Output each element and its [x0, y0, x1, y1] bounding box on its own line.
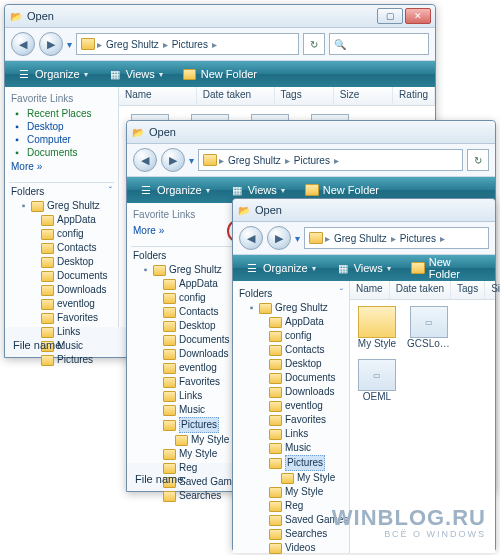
place-icon: ▪: [11, 121, 23, 132]
tree-node[interactable]: config: [257, 329, 345, 343]
tree-node[interactable]: Favorites: [29, 311, 114, 325]
tree-node[interactable]: Contacts: [29, 241, 114, 255]
favorite-link[interactable]: ▪Recent Places: [9, 107, 114, 120]
new-folder-button[interactable]: New Folder: [299, 182, 385, 198]
crumb-seg[interactable]: Greg Shultz: [104, 39, 161, 50]
nav-forward-button[interactable]: ▶: [267, 226, 291, 250]
left-nav: Folders ˇ ▪Greg Shultz AppDataconfigCont…: [233, 281, 350, 553]
tree-node[interactable]: Pictures: [151, 417, 241, 433]
tree-node[interactable]: AppData: [151, 277, 241, 291]
tree-node[interactable]: Music: [151, 403, 241, 417]
thumb-item[interactable]: ▭GCSLogo.bmp: [408, 306, 450, 349]
breadcrumb[interactable]: ▸ Greg Shultz ▸ Pictures ▸: [76, 33, 299, 55]
tree-node[interactable]: config: [151, 291, 241, 305]
tree-node[interactable]: Documents: [151, 333, 241, 347]
tree-node[interactable]: Videos: [257, 541, 345, 555]
tree-node[interactable]: Downloads: [257, 385, 345, 399]
col-size[interactable]: Size: [334, 87, 393, 105]
tree-node[interactable]: Links: [257, 427, 345, 441]
folders-pane-header[interactable]: Folders ˇ: [9, 182, 114, 199]
views-menu[interactable]: ▦Views▾: [224, 182, 291, 198]
tree-node[interactable]: Desktop: [29, 255, 114, 269]
tree-node[interactable]: Searches: [151, 489, 241, 503]
tree-node[interactable]: Pictures: [29, 353, 114, 367]
folder-tree[interactable]: ▪Greg Shultz AppDataconfigContactsDeskto…: [237, 301, 345, 555]
breadcrumb[interactable]: ▸ Greg Shultz ▸ Pictures ▸: [304, 227, 489, 249]
views-menu[interactable]: ▦Views▾: [330, 260, 397, 276]
nav-back-button[interactable]: ◀: [133, 148, 157, 172]
nav-history-drop[interactable]: ▾: [295, 233, 300, 244]
tree-node[interactable]: Pictures: [257, 455, 345, 471]
titlebar[interactable]: 📂 Open: [127, 121, 495, 144]
image-icon: ▭: [410, 306, 448, 338]
nav-back-button[interactable]: ◀: [11, 32, 35, 56]
col-date[interactable]: Date taken: [197, 87, 275, 105]
titlebar[interactable]: 📂 Open: [233, 199, 495, 222]
tree-node[interactable]: Music: [257, 441, 345, 455]
tree-node[interactable]: Contacts: [151, 305, 241, 319]
tree-node[interactable]: config: [29, 227, 114, 241]
nav-back-button[interactable]: ◀: [239, 226, 263, 250]
crumb-seg[interactable]: Pictures: [170, 39, 210, 50]
organize-menu[interactable]: ☰ Organize▾: [11, 66, 94, 82]
tree-node[interactable]: My Style: [151, 447, 241, 461]
folder-tree[interactable]: ▪Greg Shultz AppDataconfigContactsDeskto…: [131, 263, 241, 503]
nav-history-drop[interactable]: ▾: [67, 39, 72, 50]
tree-node[interactable]: eventlog: [151, 361, 241, 375]
tree-node[interactable]: My Style: [257, 471, 345, 485]
tree-node[interactable]: Downloads: [151, 347, 241, 361]
tree-node[interactable]: Contacts: [257, 343, 345, 357]
tree-node[interactable]: Desktop: [151, 319, 241, 333]
new-folder-button[interactable]: New Folder: [177, 66, 263, 82]
tree-node[interactable]: Documents: [257, 371, 345, 385]
more-link[interactable]: More »: [9, 159, 114, 174]
organize-menu[interactable]: ☰Organize▾: [133, 182, 216, 198]
tree-node[interactable]: Reg: [257, 499, 345, 513]
tree-node[interactable]: eventlog: [257, 399, 345, 413]
column-headers[interactable]: Name Date taken Tags Size: [350, 281, 495, 300]
column-headers[interactable]: Name Date taken Tags Size Rating: [119, 87, 435, 106]
tree-node[interactable]: eventlog: [29, 297, 114, 311]
nav-forward-button[interactable]: ▶: [161, 148, 185, 172]
more-link[interactable]: More»: [131, 223, 241, 238]
new-folder-button[interactable]: New Folder: [405, 255, 489, 281]
favorites-header: Favorite Links: [11, 93, 112, 104]
tree-node[interactable]: Documents: [29, 269, 114, 283]
thumb-item[interactable]: My Style: [356, 306, 398, 349]
nav-forward-button[interactable]: ▶: [39, 32, 63, 56]
col-tags[interactable]: Tags: [275, 87, 334, 105]
titlebar[interactable]: 📂 Open ▢ ✕: [5, 5, 435, 28]
tree-node[interactable]: My Style: [151, 433, 241, 447]
help-button[interactable]: ▢: [377, 8, 403, 24]
favorite-link[interactable]: ▪Desktop: [9, 120, 114, 133]
new-folder-icon: [183, 67, 197, 81]
tree-node[interactable]: Searches: [257, 527, 345, 541]
tree-node[interactable]: AppData: [257, 315, 345, 329]
tree-node[interactable]: My Style: [257, 485, 345, 499]
refresh-button[interactable]: ↻: [303, 33, 325, 55]
tree-node[interactable]: Saved Games: [257, 513, 345, 527]
tree-node[interactable]: Favorites: [151, 375, 241, 389]
refresh-button[interactable]: ↻: [467, 149, 489, 171]
favorite-link[interactable]: ▪Computer: [9, 133, 114, 146]
tree-node[interactable]: AppData: [29, 213, 114, 227]
col-name[interactable]: Name: [119, 87, 197, 105]
tree-node[interactable]: Downloads: [29, 283, 114, 297]
views-menu[interactable]: ▦ Views▾: [102, 66, 169, 82]
close-button[interactable]: ✕: [405, 8, 431, 24]
folders-pane-header[interactable]: Folders ˇ: [237, 285, 345, 301]
tree-node[interactable]: Favorites: [257, 413, 345, 427]
col-rating[interactable]: Rating: [393, 87, 435, 105]
tree-node[interactable]: Links: [29, 325, 114, 339]
folder-icon: [269, 443, 282, 454]
new-folder-icon: [411, 261, 425, 275]
search-input[interactable]: 🔍: [329, 33, 429, 55]
organize-menu[interactable]: ☰Organize▾: [239, 260, 322, 276]
breadcrumb[interactable]: ▸ Greg Shultz ▸ Pictures ▸: [198, 149, 463, 171]
nav-history-drop[interactable]: ▾: [189, 155, 194, 166]
folders-pane-header[interactable]: Folders ˇ: [131, 246, 241, 263]
tree-node[interactable]: Links: [151, 389, 241, 403]
thumb-item[interactable]: ▭OEML: [356, 359, 398, 402]
tree-node[interactable]: Desktop: [257, 357, 345, 371]
favorite-link[interactable]: ▪Documents: [9, 146, 114, 159]
